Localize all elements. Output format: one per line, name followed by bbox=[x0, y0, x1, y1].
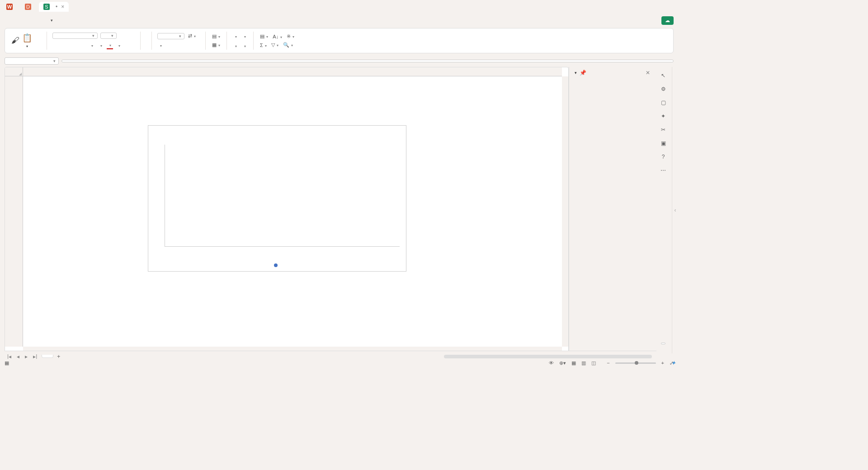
italic-button[interactable] bbox=[61, 44, 68, 45]
dirty-indicator: • bbox=[56, 4, 57, 10]
tab-list-dropdown[interactable] bbox=[77, 5, 84, 9]
status-bar: ▦ 👁 ⊕▾ ▦ ▥ ◫ − + ⤢ bbox=[0, 359, 678, 367]
sheet-hscroll[interactable] bbox=[444, 355, 652, 358]
menubar: ▾ ☁ bbox=[0, 14, 678, 27]
titlebar: W D S • × bbox=[0, 0, 678, 14]
legend-marker-icon bbox=[274, 263, 278, 267]
sheet-tab[interactable] bbox=[42, 355, 53, 358]
comma-button[interactable] bbox=[175, 45, 182, 46]
format-painter-button[interactable]: 🖌 bbox=[11, 36, 19, 46]
more-tool-icon[interactable]: ⋯ bbox=[660, 167, 666, 174]
font-name-select[interactable]: ▾ bbox=[52, 33, 98, 39]
number-format-select[interactable]: ▾ bbox=[157, 33, 184, 39]
shapes-button[interactable] bbox=[241, 42, 248, 49]
chart-plot-area bbox=[165, 145, 400, 247]
tools-icon[interactable]: ✂ bbox=[661, 127, 665, 133]
font-color-button[interactable] bbox=[107, 41, 113, 49]
fill-color-button[interactable] bbox=[98, 41, 104, 49]
menu-search-icon[interactable] bbox=[66, 19, 74, 22]
conditional-format-button[interactable] bbox=[232, 42, 239, 49]
collapse-sidebar-button[interactable]: ‹ bbox=[672, 67, 678, 353]
zoom-out-button[interactable]: − bbox=[607, 360, 609, 366]
view-eye-icon[interactable]: 👁 bbox=[549, 360, 554, 366]
sort-button[interactable]: A↓ bbox=[272, 33, 283, 40]
quick-access-toolbar: ▾ bbox=[28, 18, 57, 23]
decrease-font-button[interactable] bbox=[128, 35, 135, 36]
zoom-slider[interactable] bbox=[615, 362, 656, 364]
table-format-button[interactable] bbox=[232, 32, 239, 40]
help-tool-icon[interactable]: ? bbox=[662, 154, 665, 160]
formula-input[interactable] bbox=[61, 60, 674, 62]
template-icon: D bbox=[25, 4, 31, 10]
gallery-tool-icon[interactable]: ▣ bbox=[661, 140, 666, 146]
copy-button[interactable] bbox=[35, 42, 41, 42]
x-axis-line bbox=[165, 246, 400, 247]
underline-button[interactable] bbox=[71, 44, 77, 45]
freeze-button[interactable]: ※ bbox=[286, 33, 295, 40]
fill-button[interactable]: ▤ bbox=[259, 33, 269, 40]
tab-close-icon[interactable]: × bbox=[61, 4, 64, 10]
magic-tool-icon[interactable]: ✦ bbox=[661, 113, 665, 119]
cut-button[interactable] bbox=[35, 39, 41, 40]
close-panel-icon[interactable]: ✕ bbox=[646, 70, 650, 76]
view-normal-icon[interactable]: ▦ bbox=[571, 360, 576, 366]
spreadsheet[interactable] bbox=[5, 67, 569, 353]
currency-button[interactable] bbox=[157, 41, 164, 49]
status-mode-icon[interactable]: ▦ bbox=[5, 360, 9, 366]
font-size-select[interactable]: ▾ bbox=[100, 33, 117, 39]
hamburger-menu[interactable] bbox=[5, 19, 12, 22]
watermark: ✦ bbox=[671, 360, 675, 366]
side-toolbar: ↖ ⚙ ▢ ✦ ✂ ▣ ? ⋯ bbox=[655, 67, 672, 353]
border-button[interactable] bbox=[89, 41, 95, 49]
sum-button[interactable]: Σ bbox=[259, 42, 268, 48]
select-tool-icon[interactable]: ↖ bbox=[661, 72, 665, 79]
layout-tool-icon[interactable]: ▢ bbox=[661, 99, 666, 106]
decrease-decimal-button[interactable] bbox=[193, 45, 200, 46]
clear-format-button[interactable] bbox=[116, 41, 122, 49]
tab-workbook[interactable]: S • × bbox=[39, 2, 69, 12]
paste-button[interactable]: 📋▾ bbox=[22, 33, 32, 48]
share-button[interactable]: ☁ bbox=[661, 16, 674, 25]
file-menu[interactable] bbox=[14, 19, 21, 22]
column-headers[interactable] bbox=[23, 67, 562, 76]
worksheet-button[interactable]: ▦ bbox=[211, 42, 221, 48]
undo-dropdown[interactable]: ▾ bbox=[51, 18, 53, 23]
cell-styles-button[interactable] bbox=[241, 32, 248, 40]
filter-button[interactable]: ▽ bbox=[270, 42, 279, 48]
ribbon: 🖌 📋▾ ▾ ▾ bbox=[5, 28, 674, 53]
ime-badge[interactable] bbox=[661, 343, 665, 344]
embedded-chart[interactable] bbox=[148, 125, 406, 272]
name-box[interactable]: ▾ bbox=[5, 57, 59, 65]
percent-button[interactable] bbox=[166, 45, 173, 46]
formula-bar: ▾ bbox=[5, 55, 674, 67]
row-col-button[interactable]: ▤ bbox=[211, 33, 221, 40]
convert-button[interactable]: ⇄ bbox=[187, 33, 197, 39]
vertical-scrollbar[interactable] bbox=[562, 76, 568, 347]
view-break-icon[interactable]: ◫ bbox=[591, 360, 596, 366]
tab-app[interactable]: W bbox=[2, 2, 19, 12]
select-all-button[interactable] bbox=[5, 67, 23, 76]
increase-font-button[interactable] bbox=[119, 35, 126, 36]
find-button[interactable]: 🔍 bbox=[282, 42, 294, 48]
chart-legend bbox=[148, 262, 406, 268]
pin-icon[interactable]: 📌 bbox=[580, 70, 586, 76]
main-area: ▾ 📌 ✕ ↖ ⚙ ▢ ✦ ✂ ▣ ? ⋯ ‹ bbox=[0, 67, 678, 353]
view-page-icon[interactable]: ▥ bbox=[581, 360, 586, 366]
chart-title bbox=[148, 126, 406, 129]
wps-logo-icon: W bbox=[6, 4, 13, 10]
row-headers[interactable] bbox=[5, 76, 23, 347]
view-grid-icon[interactable]: ⊕▾ bbox=[559, 360, 566, 366]
spreadsheet-icon: S bbox=[43, 4, 50, 10]
new-tab-button[interactable] bbox=[70, 5, 77, 9]
settings-tool-icon[interactable]: ⚙ bbox=[661, 86, 666, 92]
bold-button[interactable] bbox=[52, 44, 59, 45]
zoom-in-button[interactable]: + bbox=[661, 360, 664, 366]
y-axis-line bbox=[165, 145, 165, 247]
increase-decimal-button[interactable] bbox=[184, 45, 191, 46]
strike-button[interactable] bbox=[80, 44, 86, 45]
property-panel: ▾ 📌 ✕ bbox=[569, 67, 655, 353]
tab-template-store[interactable]: D bbox=[20, 2, 38, 12]
